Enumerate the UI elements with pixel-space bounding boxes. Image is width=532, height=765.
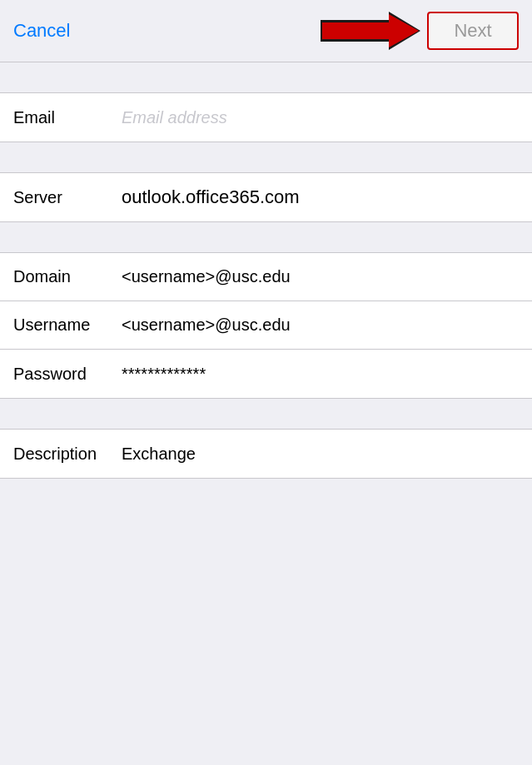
server-row[interactable]: Server outlook.office365.com <box>0 173 532 221</box>
username-value: <username>@usc.edu <box>122 315 519 335</box>
cancel-button[interactable]: Cancel <box>13 20 70 42</box>
next-button-container: Next <box>321 12 519 50</box>
red-arrow-icon <box>321 12 420 50</box>
description-row[interactable]: Description Exchange <box>0 430 532 478</box>
next-button[interactable]: Next <box>427 12 519 50</box>
description-section: Description Exchange <box>0 429 532 479</box>
header-bar: Cancel Next <box>0 0 532 62</box>
credentials-section: Domain <username>@usc.edu Username <user… <box>0 252 532 399</box>
description-value: Exchange <box>122 445 519 464</box>
password-row[interactable]: Password ************* <box>0 350 532 398</box>
email-label: Email <box>13 108 122 127</box>
email-value: Email address <box>122 108 519 127</box>
section-gap-2 <box>0 142 532 172</box>
server-label: Server <box>13 188 122 207</box>
email-section: Email Email address <box>0 92 532 142</box>
password-label: Password <box>13 365 122 384</box>
domain-label: Domain <box>13 267 122 286</box>
email-row[interactable]: Email Email address <box>0 93 532 142</box>
section-gap-1 <box>0 62 532 92</box>
domain-row[interactable]: Domain <username>@usc.edu <box>0 253 532 301</box>
server-value: outlook.office365.com <box>122 186 519 208</box>
username-row[interactable]: Username <username>@usc.edu <box>0 301 532 350</box>
description-label: Description <box>13 445 122 464</box>
section-gap-4 <box>0 399 532 429</box>
password-value: ************* <box>122 365 519 384</box>
username-label: Username <box>13 315 122 335</box>
server-section: Server outlook.office365.com <box>0 172 532 222</box>
section-gap-3 <box>0 222 532 252</box>
domain-value: <username>@usc.edu <box>122 267 519 286</box>
svg-marker-1 <box>322 14 419 47</box>
